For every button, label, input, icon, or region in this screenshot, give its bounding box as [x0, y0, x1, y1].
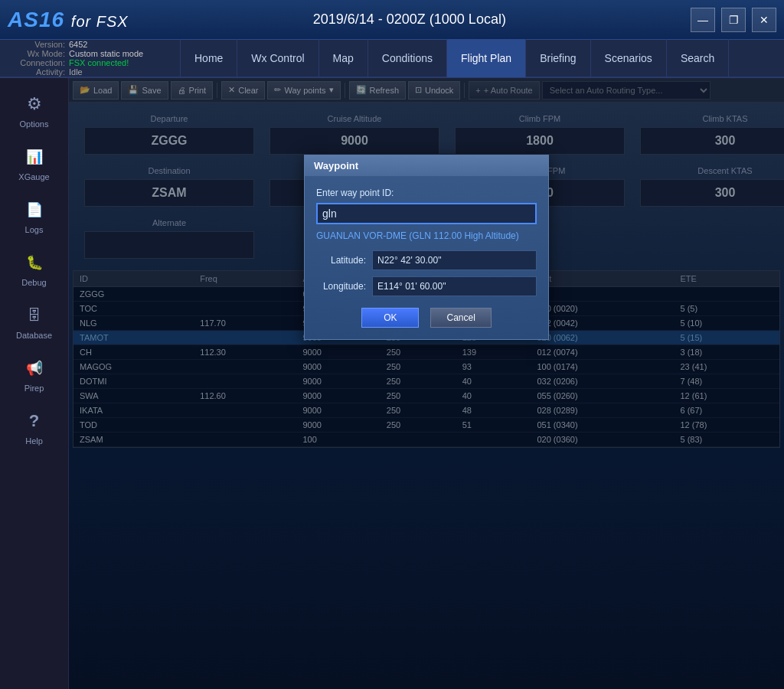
app-logo: AS16 for FSX [8, 8, 129, 32]
wx-mode-value: Custom static mode [69, 49, 143, 58]
xgauge-icon: 📊 [22, 145, 47, 169]
restore-button[interactable]: ❐ [721, 8, 746, 32]
title-bar: AS16 for FSX 2019/6/14 - 0200Z (1000 Loc… [0, 0, 784, 40]
modal-overlay: Waypoint Enter way point ID: GUANLAN VOR… [69, 78, 784, 689]
help-icon: ? [22, 409, 47, 433]
modal-ok-button[interactable]: OK [361, 308, 419, 328]
pirep-label: Pirep [24, 384, 44, 393]
nav-flight-plan[interactable]: Flight Plan [447, 39, 526, 77]
xgauge-label: XGauge [18, 172, 49, 181]
modal-buttons: OK Cancel [316, 308, 537, 328]
modal-title: Waypoint [314, 160, 358, 171]
logs-icon: 📄 [22, 198, 47, 222]
lon-row: Longitude: [316, 276, 537, 296]
title-controls: — ❐ ✕ [691, 8, 776, 32]
title-datetime: 2019/6/14 - 0200Z (1000 Local) [313, 11, 506, 28]
nav-home[interactable]: Home [180, 39, 237, 77]
connection-label: Connection: [8, 58, 65, 67]
modal-cancel-button[interactable]: Cancel [430, 308, 491, 328]
sidebar-item-logs[interactable]: 📄 Logs [4, 191, 65, 240]
modal-suggestion: GUANLAN VOR-DME (GLN 112.00 High Altitud… [316, 230, 537, 241]
lon-label: Longitude: [316, 281, 366, 292]
nav-briefing[interactable]: Briefing [526, 39, 590, 77]
activity-value: Idle [69, 67, 83, 77]
info-section: Version: 6452 Wx Mode: Custom static mod… [0, 40, 165, 77]
logs-label: Logs [25, 225, 44, 234]
debug-icon: 🐛 [22, 250, 47, 275]
minimize-button[interactable]: — [691, 8, 715, 32]
modal-enter-id-label: Enter way point ID: [316, 188, 537, 198]
database-icon: 🗄 [22, 303, 47, 328]
activity-label: Activity: [8, 67, 65, 77]
modal-title-bar: Waypoint [305, 155, 548, 176]
sidebar-item-debug[interactable]: 🐛 Debug [4, 244, 65, 293]
nav-scenarios[interactable]: Scenarios [591, 39, 667, 77]
database-label: Database [16, 331, 52, 340]
connection-value: FSX connected! [69, 58, 129, 67]
debug-label: Debug [21, 278, 46, 287]
pirep-icon: 📢 [22, 356, 47, 380]
waypoint-modal: Waypoint Enter way point ID: GUANLAN VOR… [304, 155, 549, 340]
sidebar-item-xgauge[interactable]: 📊 XGauge [4, 139, 65, 188]
wx-mode-label: Wx Mode: [8, 49, 65, 58]
nav-search[interactable]: Search [667, 39, 729, 77]
lat-row: Latitude: [316, 250, 537, 270]
version-label: Version: [8, 40, 65, 49]
options-icon: ⚙ [22, 92, 47, 116]
nav-wx-control[interactable]: Wx Control [237, 39, 318, 77]
sidebar-item-options[interactable]: ⚙ Options [4, 86, 65, 135]
options-label: Options [20, 119, 49, 129]
help-label: Help [25, 436, 43, 446]
lat-label: Latitude: [316, 255, 366, 266]
modal-body: Enter way point ID: GUANLAN VOR-DME (GLN… [305, 176, 548, 339]
waypoint-id-input[interactable] [316, 203, 537, 224]
content-area: 📂 Load 💾 Save 🖨 Print ✕ Clear ✏ Way poin… [69, 78, 784, 689]
version-value: 6452 [69, 40, 87, 49]
sidebar-item-help[interactable]: ? Help [4, 403, 65, 452]
sidebar-item-pirep[interactable]: 📢 Pirep [4, 350, 65, 399]
nav-bar: Home Wx Control Map Conditions Flight Pl… [180, 39, 729, 77]
sidebar: ⚙ Options 📊 XGauge 📄 Logs 🐛 Debug 🗄 Data… [0, 78, 69, 689]
sidebar-item-database[interactable]: 🗄 Database [4, 297, 65, 346]
close-button[interactable]: ✕ [752, 8, 776, 32]
lon-input[interactable] [372, 276, 537, 296]
nav-conditions[interactable]: Conditions [368, 39, 447, 77]
lat-input[interactable] [372, 250, 537, 270]
nav-map[interactable]: Map [319, 39, 368, 77]
